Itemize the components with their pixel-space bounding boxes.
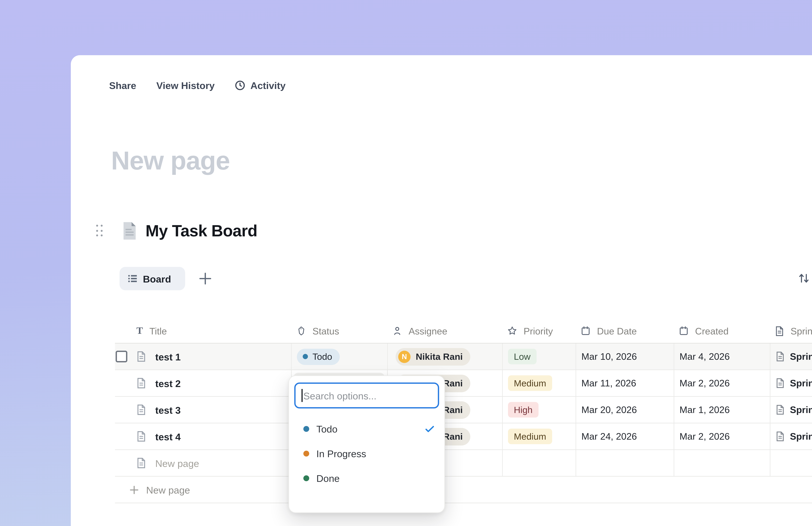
share-label: Share (109, 80, 136, 91)
status-dropdown: Todo In Progress Done (288, 375, 445, 513)
title-cell[interactable]: test 1 (115, 344, 291, 369)
text-type-icon: T (136, 325, 143, 336)
tab-board-view[interactable]: Board (119, 267, 185, 290)
assignee-cell[interactable]: N Nikita Rani (387, 344, 502, 369)
sprint-label: Sprint 3 (790, 405, 812, 415)
created-cell[interactable]: Mar 1, 2026 (673, 397, 770, 423)
calendar-icon (581, 326, 591, 336)
view-history-label: View History (156, 80, 215, 91)
table-row[interactable]: test 4 N Nikita Rani Medium Mar 24, 2026 (115, 423, 812, 450)
document-icon (136, 430, 146, 442)
column-label: Due Date (597, 326, 637, 336)
due-date-cell[interactable]: Mar 20, 2026 (576, 397, 673, 423)
due-date-cell[interactable] (576, 450, 673, 476)
sprint-label: Sprint 1 (790, 351, 812, 362)
table-row[interactable]: test 2 N Nikita Rani Medium Mar 11, 2026 (115, 370, 812, 397)
due-date-cell[interactable]: Mar 11, 2026 (576, 370, 673, 396)
created-date: Mar 2, 2026 (680, 431, 730, 442)
sprint-cell[interactable]: Sprint 2 (770, 370, 812, 396)
add-row-button[interactable]: New page (115, 477, 812, 503)
dropdown-option-done[interactable]: Done (289, 466, 444, 490)
sprint-cell[interactable] (770, 450, 812, 476)
table-row[interactable]: New page (115, 450, 812, 477)
priority-cell[interactable] (502, 450, 576, 476)
title-cell[interactable]: test 3 (115, 397, 291, 423)
priority-cell[interactable]: Medium (502, 423, 576, 449)
status-chip[interactable]: Todo (297, 348, 340, 365)
document-icon (136, 377, 146, 389)
status-label: Todo (313, 351, 332, 362)
due-date: Mar 10, 2026 (581, 351, 637, 362)
column-header-title[interactable]: T Title (115, 319, 291, 343)
created-date: Mar 1, 2026 (680, 405, 730, 415)
document-icon (775, 326, 784, 336)
option-label: Done (316, 472, 339, 483)
add-row-label: New page (146, 484, 190, 495)
table-body: test 1 Todo N Nikita Rani (115, 344, 812, 477)
column-label: Created (695, 326, 728, 336)
document-icon (775, 405, 785, 415)
sprint-cell[interactable]: Sprint 1 (770, 344, 812, 369)
column-header-due-date[interactable]: Due Date (576, 319, 673, 343)
priority-cell[interactable]: High (502, 397, 576, 423)
priority-cell[interactable]: Low (502, 344, 576, 369)
priority-chip[interactable]: Medium (508, 428, 552, 444)
table-row[interactable]: test 3 N Nikita Rani High Mar 20, 2026 (115, 397, 812, 423)
dropdown-option-todo[interactable]: Todo (289, 416, 444, 441)
column-label: Status (313, 326, 339, 336)
sort-icon[interactable] (798, 273, 809, 283)
status-dot-icon (303, 354, 308, 359)
priority-chip[interactable]: Low (508, 349, 536, 364)
database-heading: My Task Board (121, 221, 257, 240)
due-date-cell[interactable]: Mar 10, 2026 (576, 344, 673, 369)
add-view-icon[interactable] (199, 272, 212, 285)
assignee-chip[interactable]: N Nikita Rani (396, 348, 470, 365)
sprint-cell[interactable]: Sprint 1 (770, 423, 812, 449)
column-header-sprint[interactable]: Sprint (770, 319, 812, 343)
priority-cell[interactable]: Medium (502, 370, 576, 396)
text-cursor (301, 389, 302, 402)
title-cell[interactable]: New page (115, 450, 291, 476)
title-cell[interactable]: test 2 (115, 370, 291, 396)
priority-chip[interactable]: Medium (508, 375, 552, 391)
person-icon (392, 326, 402, 336)
activity-button[interactable]: Activity (235, 80, 286, 91)
title-cell[interactable]: test 4 (115, 423, 291, 449)
column-label: Title (149, 326, 167, 336)
column-header-assignee[interactable]: Assignee (387, 319, 502, 343)
page-title[interactable]: New page (111, 146, 230, 175)
page-icon (121, 221, 138, 240)
status-cell[interactable]: Todo (291, 344, 387, 369)
search-options-input[interactable] (294, 382, 439, 408)
document-icon (775, 351, 785, 362)
due-date-cell[interactable]: Mar 24, 2026 (576, 423, 673, 449)
status-dot-icon (303, 450, 309, 456)
view-history-button[interactable]: View History (156, 80, 215, 91)
created-cell[interactable]: Mar 2, 2026 (673, 423, 770, 449)
row-title: test 1 (155, 351, 181, 362)
board-view-label: Board (143, 273, 171, 284)
database-title[interactable]: My Task Board (145, 221, 257, 240)
status-dot-icon (303, 426, 309, 432)
created-cell[interactable]: Mar 2, 2026 (673, 370, 770, 396)
drag-handle-icon[interactable] (96, 225, 104, 239)
column-header-status[interactable]: Status (291, 319, 387, 343)
row-checkbox[interactable] (116, 351, 127, 362)
created-cell[interactable]: Mar 4, 2026 (673, 344, 770, 369)
table-row[interactable]: test 1 Todo N Nikita Rani (115, 344, 812, 370)
document-icon (136, 457, 146, 469)
plus-icon (129, 485, 139, 495)
tag-icon (296, 326, 306, 336)
page-card: Share View History Activity New page (71, 55, 812, 526)
sprint-cell[interactable]: Sprint 3 (770, 397, 812, 423)
table-header-row: T Title Status (115, 319, 812, 344)
created-date: Mar 2, 2026 (680, 378, 730, 388)
column-header-created[interactable]: Created (673, 319, 770, 343)
column-header-priority[interactable]: Priority (502, 319, 576, 343)
row-title: test 3 (155, 404, 181, 415)
created-cell[interactable] (673, 450, 770, 476)
share-button[interactable]: Share (109, 80, 136, 91)
document-icon (775, 378, 785, 388)
priority-chip[interactable]: High (508, 402, 538, 418)
dropdown-option-in-progress[interactable]: In Progress (289, 441, 444, 466)
